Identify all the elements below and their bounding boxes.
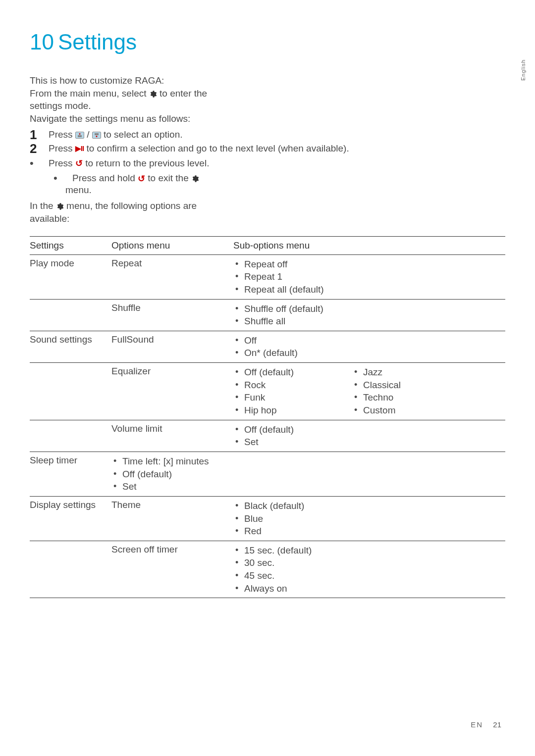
footer-language: EN	[471, 720, 483, 729]
settings-icon	[56, 202, 64, 210]
settings-icon	[149, 90, 157, 98]
setting-label-empty	[30, 423, 111, 449]
in-menu-paragraph: In the menu, the following options are a…	[30, 200, 238, 225]
header-settings: Settings	[30, 240, 111, 251]
sub-bullet-item: • Press and hold ↺ to exit the	[54, 172, 505, 185]
step2-pre: Press	[49, 143, 75, 153]
step-number-1: 1	[30, 128, 49, 141]
option-label: Screen off timer	[111, 544, 233, 595]
subopt-item: Shuffle off (default)	[233, 302, 505, 315]
subopt-item: 45 sec.	[233, 569, 505, 582]
intro-line2: From the main menu, select to enter the …	[30, 87, 238, 112]
subopt-item: Red	[233, 525, 505, 538]
subopt-item: Set	[233, 436, 505, 449]
page-footer: EN 21	[471, 720, 501, 729]
subopt-item: Classical	[352, 379, 505, 392]
option-label: Theme	[111, 500, 233, 538]
subopts: Black (default) Blue Red	[233, 500, 505, 538]
setting-label: Sound settings	[30, 334, 111, 359]
step-1: 1 Press / to select an option.	[30, 128, 505, 141]
option-label: FullSound	[111, 334, 233, 359]
row-repeat: Play mode Repeat Repeat off Repeat 1 Rep…	[30, 255, 505, 299]
sub-menu-label: menu.	[65, 185, 505, 196]
row-screen-off-timer: Screen off timer 15 sec. (default) 30 se…	[30, 541, 505, 598]
step1-mid: /	[84, 129, 92, 140]
subopt-item: Blue	[233, 512, 505, 525]
setting-label: Display settings	[30, 500, 111, 538]
sub-bullet-text: Press and hold ↺ to exit the	[72, 172, 505, 185]
subopts: Off On* (default)	[233, 334, 505, 359]
row-fullsound: Sound settings FullSound Off On* (defaul…	[30, 331, 505, 362]
subopt-item: Funk	[233, 391, 352, 404]
step1-pre: Press	[49, 129, 75, 140]
row-theme: Display settings Theme Black (default) B…	[30, 497, 505, 541]
row-sleep-timer: Sleep timer Time left: [x] minutes Off (…	[30, 452, 505, 496]
subopt-item: Rock	[233, 379, 352, 392]
sub-mid: to exit the	[145, 173, 191, 183]
option-label: Equalizer	[111, 366, 233, 417]
step-number-2: 2	[30, 142, 49, 155]
row-shuffle: Shuffle Shuffle off (default) Shuffle al…	[30, 299, 505, 331]
subopt-item: On* (default)	[233, 347, 505, 359]
step-1-text: Press / to select an option.	[49, 128, 505, 141]
subopt-item: Black (default)	[233, 500, 505, 512]
subopt-item: Repeat all (default)	[233, 283, 505, 296]
subopt-item: Shuffle all	[233, 315, 505, 328]
bullet1-post: to return to the previous level.	[83, 158, 210, 168]
setting-label-empty	[30, 366, 111, 417]
bullet-item: • Press ↺ to return to the previous leve…	[30, 157, 505, 170]
row-equalizer: Equalizer Off (default) Rock Funk Hip ho…	[30, 362, 505, 420]
option-list-item: Set	[111, 480, 233, 493]
intro-paragraph: This is how to customize RAGA: From the …	[30, 74, 238, 125]
subopts: Off (default) Set	[233, 423, 505, 449]
option-list-item: Off (default)	[111, 468, 233, 481]
subopt-item: Jazz	[352, 366, 505, 379]
after-nav-pre: In the	[30, 201, 56, 211]
navigation-steps: 1 Press / to select an option. 2 Press ▶…	[30, 128, 505, 196]
subopts: 15 sec. (default) 30 sec. 45 sec. Always…	[233, 544, 505, 595]
option-label: Volume limit	[111, 423, 233, 449]
down-button-icon	[92, 132, 101, 139]
setting-label: Play mode	[30, 258, 111, 296]
chapter-title: 10Settings	[30, 30, 505, 54]
option-list-item: Time left: [x] minutes	[111, 455, 233, 468]
group-sound-settings: Sound settings FullSound Off On* (defaul…	[30, 331, 505, 452]
intro-line1: This is how to customize RAGA:	[30, 74, 238, 87]
subopt-item: 30 sec.	[233, 556, 505, 569]
sub-bullet-marker: •	[54, 172, 72, 185]
header-subopts: Sub-options menu	[233, 240, 505, 251]
back-icon: ↺	[138, 173, 145, 185]
chapter-number: 10	[30, 30, 54, 54]
subopt-item: Off	[233, 334, 505, 347]
sub-pre: Press and hold	[72, 173, 138, 183]
play-pause-icon: ▶II	[75, 144, 84, 153]
group-sleep-timer: Sleep timer Time left: [x] minutes Off (…	[30, 452, 505, 497]
subopts-empty	[233, 455, 505, 493]
step1-post: to select an option.	[101, 129, 183, 140]
subopt-item: Off (default)	[233, 423, 505, 436]
back-icon: ↺	[75, 157, 83, 169]
setting-label: Sleep timer	[30, 455, 111, 493]
subopt-item: Custom	[352, 404, 505, 417]
settings-icon	[191, 175, 199, 183]
subopt-item: Always on	[233, 582, 505, 595]
step-2: 2 Press ▶II to confirm a selection and g…	[30, 142, 505, 155]
step-2-text: Press ▶II to confirm a selection and go …	[49, 142, 505, 155]
bullet1-pre: Press	[49, 158, 75, 168]
language-side-label: English	[520, 59, 526, 81]
table-header-row: Settings Options menu Sub-options menu	[30, 236, 505, 255]
up-button-icon	[75, 132, 84, 139]
subopt-item: Techno	[352, 391, 505, 404]
subopts: Repeat off Repeat 1 Repeat all (default)	[233, 258, 505, 296]
setting-label-empty	[30, 544, 111, 595]
intro-line2-pre: From the main menu, select	[30, 88, 149, 99]
group-play-mode: Play mode Repeat Repeat off Repeat 1 Rep…	[30, 255, 505, 331]
bullet-text: Press ↺ to return to the previous level.	[49, 157, 505, 170]
option-label: Shuffle	[111, 302, 233, 328]
footer-page-number: 21	[493, 720, 501, 729]
option-list: Time left: [x] minutes Off (default) Set	[111, 455, 233, 493]
subopt-item: Off (default)	[233, 366, 352, 379]
subopt-item: Hip hop	[233, 404, 352, 417]
row-volume-limit: Volume limit Off (default) Set	[30, 420, 505, 452]
subopts: Shuffle off (default) Shuffle all	[233, 302, 505, 328]
